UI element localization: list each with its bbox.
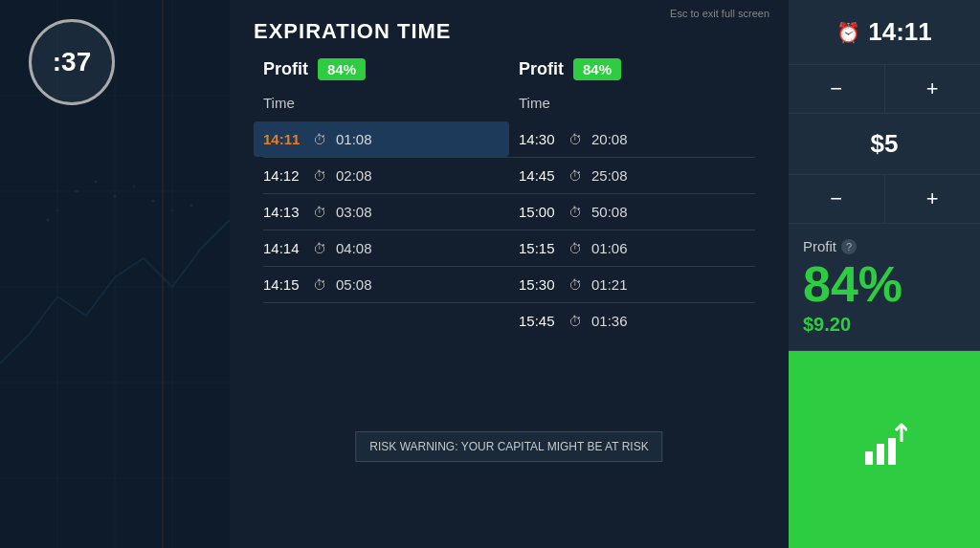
time-cell-right-3[interactable]: 15:00 ⏱ 50:08 <box>509 194 765 230</box>
time-cell-right-4[interactable]: 15:15 ⏱ 01:06 <box>509 230 765 266</box>
time-cell-left-3[interactable]: 14:13 ⏱ 03:08 <box>254 194 509 230</box>
svg-point-10 <box>95 181 98 184</box>
duration-r1: 20:08 <box>591 131 628 147</box>
svg-point-13 <box>133 186 136 188</box>
chart-background <box>0 0 230 548</box>
svg-point-11 <box>114 195 117 198</box>
current-time: 14:11 <box>868 17 932 47</box>
panel-title: EXPIRATION TIME <box>254 19 765 44</box>
profit-col-left: Profit 84% <box>254 58 509 80</box>
stepper-row-2: − + <box>789 175 980 224</box>
time-val-3: 14:13 <box>263 204 303 220</box>
duration-r6: 01:36 <box>591 313 628 329</box>
time-display: ⏰ 14:11 <box>789 0 980 65</box>
time-val-4: 14:14 <box>263 240 303 256</box>
center-panel: EXPIRATION TIME Esc to exit full screen … <box>230 0 789 548</box>
risk-warning: RISK WARNING: YOUR CAPITAL MIGHT BE AT R… <box>355 431 662 462</box>
duration-3: 03:08 <box>336 204 372 220</box>
time-cell-right-2[interactable]: 14:45 ⏱ 25:08 <box>509 158 765 193</box>
profit-dollar-amount: $9.20 <box>803 314 966 336</box>
profit-headers: Profit 84% Profit 84% <box>254 58 765 80</box>
duration-5: 05:08 <box>336 276 372 293</box>
time-row-6: 15:45 ⏱ 01:36 <box>254 303 765 339</box>
duration-r3: 50:08 <box>591 204 628 220</box>
help-icon[interactable]: ? <box>841 239 857 254</box>
svg-point-15 <box>47 219 50 222</box>
profit-col-right: Profit 84% <box>509 58 765 80</box>
time-val-r2: 14:45 <box>519 167 559 184</box>
left-panel: :37 <box>0 0 230 548</box>
profit-badge-right: 84% <box>573 58 621 80</box>
clock-symbol: ⏰ <box>836 21 860 44</box>
amount-display: $5 <box>789 114 980 175</box>
time-val-r1: 14:30 <box>519 131 559 147</box>
clock-icon-r5: ⏱ <box>568 277 582 293</box>
time-val-2: 14:12 <box>263 167 303 184</box>
duration-r4: 01:06 <box>591 240 628 256</box>
profit-label-left: Profit <box>263 59 308 79</box>
clock-icon-5: ⏱ <box>313 277 326 293</box>
clock-icon-3: ⏱ <box>313 205 326 220</box>
time-val-1: 14:11 <box>263 131 303 147</box>
esc-hint: Esc to exit full screen <box>670 8 769 19</box>
time-col-label-left: Time <box>254 90 509 117</box>
profit-title: Profit <box>803 238 836 254</box>
profit-label-right: Profit <box>519 59 564 79</box>
duration-r2: 25:08 <box>591 167 628 184</box>
svg-point-9 <box>76 190 78 193</box>
amount-value: $5 <box>871 129 899 159</box>
clock-icon-2: ⏱ <box>313 168 326 184</box>
profit-section: Profit ? 84% $9.20 <box>789 224 980 351</box>
profit-title-row: Profit ? <box>803 238 966 254</box>
time-cell-left-1[interactable]: 14:11 ⏱ 01:08 <box>254 121 509 157</box>
time-cell-left-6 <box>254 303 509 339</box>
time-row-3: 14:13 ⏱ 03:08 15:00 ⏱ 50:08 <box>254 194 765 230</box>
time-cell-right-5[interactable]: 15:30 ⏱ 01:21 <box>509 267 765 302</box>
trade-up-icon <box>861 423 907 477</box>
svg-rect-18 <box>865 451 873 465</box>
right-panel: ⏰ 14:11 − + $5 − + Profit ? 84% $9.20 <box>789 0 980 548</box>
clock-icon-1: ⏱ <box>313 132 326 147</box>
clock-icon-r3: ⏱ <box>568 205 582 220</box>
time-row-4: 14:14 ⏱ 04:08 15:15 ⏱ 01:06 <box>254 230 765 266</box>
time-row-2: 14:12 ⏱ 02:08 14:45 ⏱ 25:08 <box>254 158 765 193</box>
duration-r5: 01:21 <box>591 276 628 293</box>
svg-rect-19 <box>877 444 884 465</box>
profit-badge-left: 84% <box>318 58 366 80</box>
duration-1: 01:08 <box>336 131 372 147</box>
time-minus-button[interactable]: − <box>789 65 884 113</box>
time-cell-left-2[interactable]: 14:12 ⏱ 02:08 <box>254 158 509 193</box>
time-val-5: 14:15 <box>263 276 303 293</box>
time-cell-right-1[interactable]: 14:30 ⏱ 20:08 <box>509 121 765 157</box>
time-cell-left-4[interactable]: 14:14 ⏱ 04:08 <box>254 230 509 266</box>
time-row-1: 14:11 ⏱ 01:08 14:30 ⏱ 20:08 <box>254 121 765 157</box>
time-cell-right-6[interactable]: 15:45 ⏱ 01:36 <box>509 303 765 339</box>
duration-2: 02:08 <box>336 167 372 184</box>
clock-icon-4: ⏱ <box>313 241 326 256</box>
svg-point-12 <box>56 209 59 212</box>
time-headers: Time Time <box>254 90 765 117</box>
svg-point-16 <box>171 209 174 212</box>
time-val-r4: 15:15 <box>519 240 559 256</box>
duration-4: 04:08 <box>336 240 372 256</box>
time-val-r3: 15:00 <box>519 204 559 220</box>
svg-point-17 <box>190 205 193 208</box>
amount-minus-button[interactable]: − <box>789 175 884 223</box>
profit-percent: 84% <box>803 259 966 309</box>
time-plus-button[interactable]: + <box>885 65 981 113</box>
clock-icon-r1: ⏱ <box>568 132 582 147</box>
time-row-5: 14:15 ⏱ 05:08 15:30 ⏱ 01:21 <box>254 267 765 302</box>
time-rows: 14:11 ⏱ 01:08 14:30 ⏱ 20:08 14:12 ⏱ 02:0… <box>254 121 765 339</box>
stepper-row-1: − + <box>789 65 980 114</box>
time-col-label-right: Time <box>509 90 765 117</box>
time-val-r6: 15:45 <box>519 313 559 329</box>
clock-icon-r4: ⏱ <box>568 241 582 256</box>
svg-rect-20 <box>888 438 896 465</box>
time-cell-left-5[interactable]: 14:15 ⏱ 05:08 <box>254 267 509 302</box>
amount-plus-button[interactable]: + <box>885 175 981 223</box>
trade-button[interactable] <box>789 351 980 548</box>
svg-point-14 <box>152 200 155 203</box>
clock-icon-r6: ⏱ <box>568 314 582 329</box>
time-val-r5: 15:30 <box>519 276 559 293</box>
clock-icon-r2: ⏱ <box>568 168 582 184</box>
